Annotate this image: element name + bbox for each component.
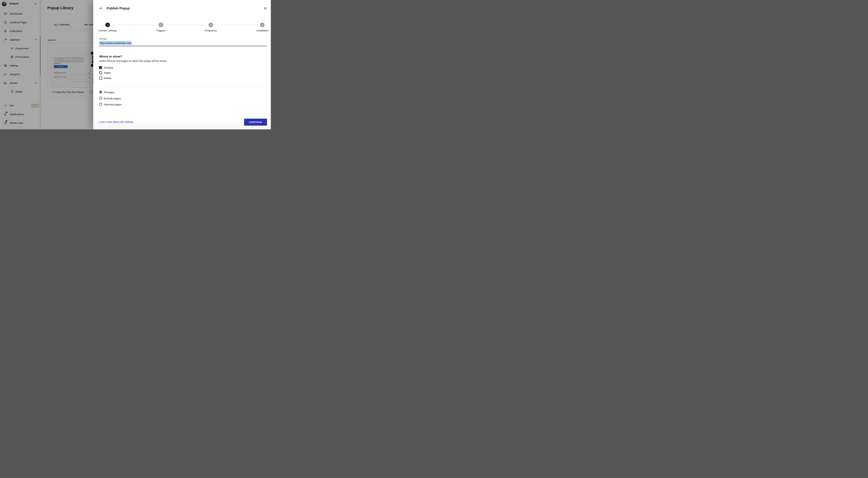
radio-ring — [99, 97, 102, 100]
checkbox-box — [99, 77, 102, 80]
radio-label: Exclude pages — [104, 97, 121, 100]
where-to-show-heading: Where to show? — [99, 55, 122, 58]
step-label: Domain settings — [94, 29, 122, 32]
checkbox-label: Tablet — [104, 71, 111, 74]
step-label: Installation — [248, 29, 271, 32]
domain-input-underline — [99, 46, 267, 46]
step-number: 2 — [159, 23, 163, 27]
radio-label: Selected pages — [104, 103, 122, 106]
domain-value-selected: https://www.mydomain.com — [99, 41, 132, 45]
domain-input[interactable]: https://www.mydomain.com — [99, 41, 267, 46]
modal-title: Publish Popup — [106, 6, 130, 10]
step-number: 4 — [260, 23, 265, 27]
radio-ring — [99, 103, 102, 106]
step-domain-settings[interactable]: 1 Domain settings — [94, 23, 122, 33]
radio-label: All pages — [104, 91, 115, 94]
publish-popup-modal: Publish Popup 1 Domain settings 2 Trigge… — [93, 0, 271, 129]
checkbox-label: Mobile — [104, 77, 112, 80]
step-label: Triggers — [147, 29, 175, 32]
app-screen: Default Dashboard Landing Pages Collecti… — [0, 0, 271, 129]
close-icon[interactable] — [264, 6, 267, 10]
step-number: 1 — [105, 23, 110, 27]
step-frequency[interactable]: 3 Frequency — [197, 23, 225, 33]
checkbox-box — [99, 71, 102, 74]
step-number: 3 — [209, 23, 213, 27]
learn-more-link[interactable]: Learn more about site settings — [99, 121, 133, 123]
step-installation[interactable]: 4 Installation — [248, 23, 271, 33]
checkbox-label: Desktop — [104, 66, 113, 69]
step-triggers[interactable]: 2 Triggers — [147, 23, 175, 33]
step-label: Frequency — [197, 29, 225, 32]
modal-backdrop[interactable] — [0, 0, 93, 129]
domain-field-label: Domain — [99, 38, 107, 40]
radio-ring — [99, 90, 102, 94]
back-button[interactable] — [99, 6, 103, 10]
checkbox-box — [99, 66, 102, 69]
section-divider — [99, 86, 267, 87]
where-to-show-subheading: Select devices and pages on which this p… — [99, 60, 167, 62]
continue-button[interactable]: CONTINUE — [244, 119, 267, 126]
